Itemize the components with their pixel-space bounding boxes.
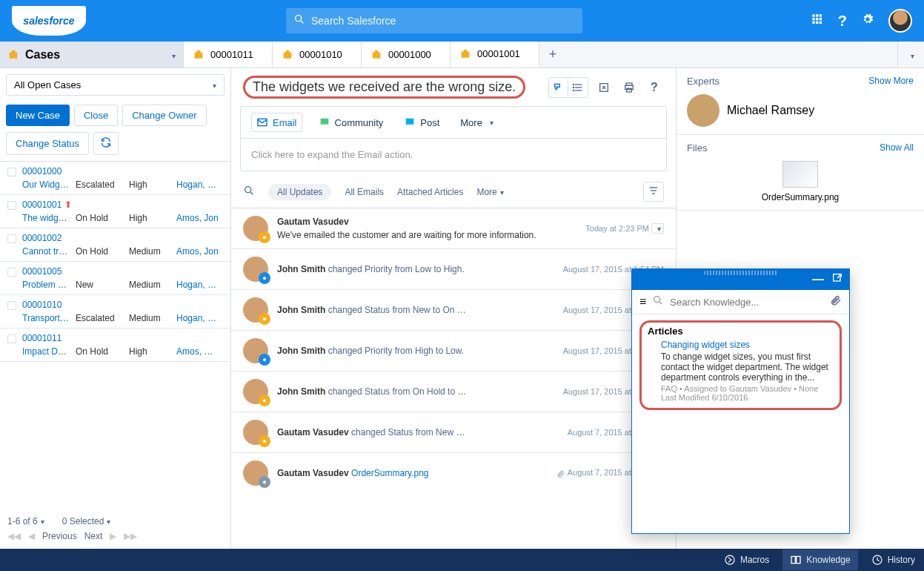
filter-all-emails[interactable]: All Emails bbox=[345, 187, 384, 197]
util-knowledge[interactable]: Knowledge bbox=[782, 549, 857, 570]
case-subject-link[interactable]: Our Widg… bbox=[22, 179, 73, 190]
case-row[interactable]: 00001005 Problem … New Medium Hogan, M… bbox=[0, 262, 230, 295]
pager-range[interactable]: 1-6 of 6 bbox=[7, 516, 44, 527]
feed-item[interactable]: ● John Smith changed Priority from Low t… bbox=[231, 248, 676, 289]
pager-prev-icon[interactable]: ◀ bbox=[28, 531, 35, 541]
pager-next-icon[interactable]: ▶ bbox=[110, 531, 116, 541]
case-checkbox[interactable] bbox=[7, 201, 16, 210]
case-checkbox[interactable] bbox=[7, 168, 16, 176]
case-contact-link[interactable]: Hogan, M… bbox=[176, 280, 223, 290]
files-show-all[interactable]: Show All bbox=[880, 142, 914, 154]
feed-user-name[interactable]: John Smith bbox=[277, 386, 325, 397]
search-feed-icon[interactable] bbox=[243, 185, 255, 199]
tab-overflow-dropdown[interactable] bbox=[897, 42, 924, 67]
pager-selected[interactable]: 0 Selected bbox=[62, 516, 111, 527]
case-checkbox[interactable] bbox=[7, 234, 16, 243]
case-number-link[interactable]: 00001005 bbox=[22, 266, 62, 277]
case-number-link[interactable]: 00001000 bbox=[22, 166, 62, 176]
feed-user-name[interactable]: Gautam Vasudev bbox=[277, 468, 349, 478]
feed-item[interactable]: ● John Smith changed Status from On Hold… bbox=[231, 371, 676, 412]
search-input[interactable] bbox=[311, 15, 575, 27]
feed-user-name[interactable]: Gautam Vasudev bbox=[277, 427, 349, 438]
app-launcher-icon[interactable] bbox=[811, 13, 823, 28]
case-row[interactable]: 00001001 ⬆ The widg… On Hold High Amos, … bbox=[0, 195, 230, 228]
feed-item[interactable]: ● Gautam Vasudev changed Status from New… bbox=[231, 412, 676, 452]
pager-next-label[interactable]: Next bbox=[84, 531, 103, 541]
case-subject-link[interactable]: The widg… bbox=[22, 213, 73, 223]
change-owner-button[interactable]: Change Owner bbox=[122, 105, 206, 126]
case-checkbox[interactable] bbox=[7, 334, 16, 343]
list-view-select[interactable]: All Open Cases bbox=[6, 74, 225, 96]
drag-handle[interactable] bbox=[704, 271, 778, 275]
feed-item-menu[interactable] bbox=[651, 223, 664, 234]
case-subject-link[interactable]: Problem … bbox=[22, 280, 73, 290]
case-subject-link[interactable]: Impact D… bbox=[22, 346, 73, 357]
new-case-button[interactable]: New Case bbox=[6, 105, 70, 126]
minimize-icon[interactable]: — bbox=[812, 273, 824, 286]
pager-first-icon[interactable]: ◀◀ bbox=[7, 531, 21, 541]
publisher-body[interactable]: Click here to expand the Email action. bbox=[241, 139, 666, 171]
util-macros[interactable]: Macros bbox=[724, 554, 769, 566]
setup-gear-icon[interactable] bbox=[862, 13, 874, 28]
menu-icon[interactable]: ≡ bbox=[639, 295, 646, 308]
feed-sort-icon[interactable] bbox=[643, 182, 664, 202]
global-search[interactable] bbox=[286, 8, 582, 33]
feed-user-name[interactable]: Gautam Vasudev bbox=[277, 217, 349, 227]
user-avatar[interactable] bbox=[888, 9, 912, 33]
experts-show-more[interactable]: Show More bbox=[868, 76, 914, 87]
case-row[interactable]: 00001002 Cannot tr… On Hold Medium Amos,… bbox=[0, 228, 230, 262]
case-number-link[interactable]: 00001002 bbox=[22, 233, 62, 243]
feed-user-name[interactable]: John Smith bbox=[277, 305, 325, 315]
close-button[interactable]: Close bbox=[74, 105, 118, 126]
feed-item[interactable]: ● John Smith changed Priority from High … bbox=[231, 330, 676, 371]
feed-view-icon[interactable] bbox=[549, 78, 568, 97]
attach-icon[interactable] bbox=[830, 294, 842, 309]
feed-attachment-link[interactable]: OrderSummary.png bbox=[351, 468, 428, 478]
primary-tab-cases[interactable]: Cases bbox=[0, 42, 184, 67]
feed-item[interactable]: ● Gautam Vasudev OrderSummary.png August… bbox=[231, 452, 676, 493]
case-row[interactable]: 00001010 Transport… Escalated Medium Hog… bbox=[0, 295, 230, 329]
filter-attached-articles[interactable]: Attached Articles bbox=[397, 187, 463, 197]
case-contact-link[interactable]: Amos, Jon bbox=[176, 246, 223, 257]
article-title-link[interactable]: Changing widget sizes bbox=[661, 340, 834, 350]
add-tab-icon[interactable]: + bbox=[539, 42, 566, 67]
case-row[interactable]: 00001000 Our Widg… Escalated High Hogan,… bbox=[0, 162, 230, 195]
case-checkbox[interactable] bbox=[7, 268, 16, 277]
tab-00001000[interactable]: 00001000 bbox=[362, 42, 451, 67]
refresh-button[interactable] bbox=[93, 132, 119, 155]
publisher-tab-email[interactable]: Email bbox=[251, 113, 302, 132]
pager-last-icon[interactable]: ▶▶ bbox=[124, 531, 137, 541]
case-contact-link[interactable]: Amos, … bbox=[176, 346, 223, 357]
knowledge-panel-header[interactable]: — bbox=[632, 269, 849, 290]
help-icon[interactable]: ? bbox=[645, 78, 664, 97]
primary-tab-dropdown[interactable] bbox=[169, 48, 176, 62]
feed-item[interactable]: ● John Smith changed Status from New to … bbox=[231, 289, 676, 330]
case-row[interactable]: 00001011 Impact D… On Hold High Amos, … bbox=[0, 329, 230, 362]
case-number-link[interactable]: 00001010 bbox=[22, 300, 62, 310]
case-contact-link[interactable]: Hogan, M… bbox=[176, 313, 223, 323]
popout-icon[interactable] bbox=[831, 272, 843, 287]
expand-icon[interactable] bbox=[594, 78, 614, 97]
knowledge-search-input[interactable] bbox=[670, 297, 824, 308]
case-number-link[interactable]: 00001001 bbox=[22, 199, 62, 210]
detail-view-icon[interactable] bbox=[568, 78, 588, 97]
pager-prev-label[interactable]: Previous bbox=[42, 531, 77, 541]
feed-item[interactable]: ● Gautam Vasudev We've emailed the custo… bbox=[231, 208, 676, 248]
filter-more[interactable]: More bbox=[476, 187, 503, 197]
case-number-link[interactable]: 00001011 bbox=[22, 333, 62, 343]
publisher-tab-more[interactable]: More bbox=[456, 114, 498, 131]
publisher-tab-post[interactable]: Post bbox=[399, 113, 444, 131]
tab-00001001[interactable]: 00001001 bbox=[451, 42, 539, 67]
tab-00001011[interactable]: 00001011 bbox=[184, 42, 273, 67]
file-item[interactable]: OrderSummary.png bbox=[687, 161, 914, 202]
case-contact-link[interactable]: Hogan, M… bbox=[176, 179, 223, 190]
change-status-button[interactable]: Change Status bbox=[6, 132, 89, 155]
print-icon[interactable] bbox=[619, 78, 639, 97]
feed-user-name[interactable]: John Smith bbox=[277, 346, 325, 356]
tab-00001010[interactable]: 00001010 bbox=[273, 42, 362, 67]
publisher-tab-community[interactable]: Community bbox=[314, 113, 388, 131]
case-contact-link[interactable]: Amos, Jon bbox=[176, 213, 223, 223]
filter-all-updates[interactable]: All Updates bbox=[268, 184, 331, 200]
help-icon[interactable]: ? bbox=[838, 13, 847, 30]
case-subject-link[interactable]: Cannot tr… bbox=[22, 246, 73, 257]
